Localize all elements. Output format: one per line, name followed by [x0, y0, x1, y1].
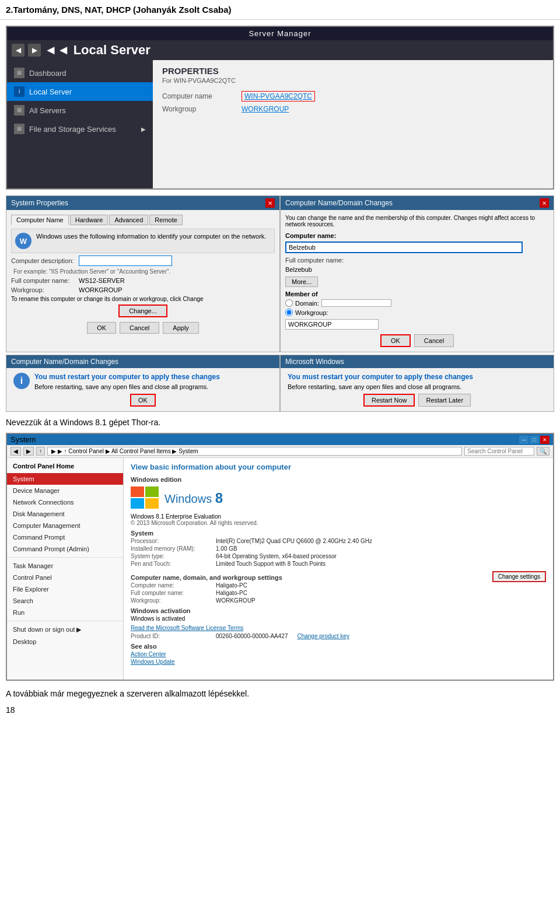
sidebar-item-local-server[interactable]: i Local Server — [7, 82, 153, 101]
minimize-button[interactable]: ─ — [519, 436, 528, 444]
full-computer-name-value: WS12-SERVER — [79, 277, 125, 284]
file-storage-arrow-icon: ▶ — [141, 126, 146, 132]
ok-button[interactable]: OK — [87, 322, 116, 334]
info-icon: W — [15, 233, 32, 249]
windows-edition: Windows 8.1 Enterprise Evaluation — [131, 513, 546, 520]
sm-toolbar: ◀ ▶ ◄◄ Local Server — [7, 40, 553, 60]
sidebar-search[interactable]: Search — [7, 595, 123, 607]
search-input[interactable] — [464, 447, 534, 456]
ok-button-red[interactable]: OK — [380, 334, 411, 347]
computer-name-value-win8: Haligato-PC — [216, 582, 247, 589]
workgroup-radio-row: Workgroup: — [285, 309, 549, 316]
sidebar-computer-management[interactable]: Computer Management — [7, 520, 123, 531]
restart-later-button[interactable]: Restart Later — [418, 394, 471, 407]
sidebar-device-manager[interactable]: Device Manager — [7, 485, 123, 496]
system-type-label: System type: — [131, 553, 212, 559]
tab-computer-name[interactable]: Computer Name — [11, 215, 69, 225]
local-server-icon: i — [14, 86, 24, 97]
back-btn-win8[interactable]: ◀ — [10, 447, 21, 456]
sidebar-run[interactable]: Run — [7, 607, 123, 618]
workgroup-label-win8: Workgroup: — [131, 597, 212, 604]
dialogs-row-1: System Properties ✕ Computer Name Hardwa… — [6, 195, 554, 352]
sm-sidebar: ⊞ Dashboard i Local Server ⊞ All Servers… — [7, 60, 153, 188]
page-title: 2.Tartomány, DNS, NAT, DHCP (Johanyák Zs… — [0, 0, 560, 20]
restart-info-icon-1: i — [13, 373, 30, 389]
sm-title: ◄◄ Local Server — [44, 43, 150, 58]
file-storage-icon: ⊞ — [14, 124, 24, 134]
full-cn-value: Belzebub — [285, 266, 549, 273]
member-of-label: Member of — [285, 290, 549, 298]
sidebar-command-prompt[interactable]: Command Prompt — [7, 531, 123, 543]
computer-name-row-win8: Computer name: Haligato-PC — [131, 582, 546, 589]
system-properties-close-button[interactable]: ✕ — [265, 198, 275, 208]
sidebar-command-prompt-admin[interactable]: Command Prompt (Admin) — [7, 543, 123, 555]
sidebar-task-manager[interactable]: Task Manager — [7, 560, 123, 572]
domain-input[interactable] — [321, 299, 391, 307]
cancel-button-2[interactable]: Cancel — [414, 334, 454, 347]
close-button[interactable]: ✕ — [540, 436, 550, 444]
address-bar[interactable]: ▶ ▶ ↑ Control Panel ▶ All Control Panel … — [47, 447, 462, 456]
windows-update-link[interactable]: Windows Update — [131, 659, 175, 665]
full-computer-name-value-win8: Haligato-PC — [216, 590, 247, 596]
restart-titlebar-1: Computer Name/Domain Changes — [6, 355, 279, 368]
sm-workgroup-label: Workgroup — [162, 105, 232, 113]
sidebar-control-panel[interactable]: Control Panel — [7, 572, 123, 583]
sidebar-network-connections[interactable]: Network Connections — [7, 496, 123, 508]
computer-name-domain-close-button[interactable]: ✕ — [540, 198, 549, 208]
system-properties-titlebar: System Properties ✕ — [6, 196, 279, 210]
forward-btn-win8[interactable]: ▶ — [23, 447, 34, 456]
full-cn-row: Full computer name: — [285, 257, 549, 264]
tab-advanced[interactable]: Advanced — [109, 215, 148, 225]
cancel-button[interactable]: Cancel — [120, 322, 159, 334]
sidebar-item-all-servers[interactable]: ⊞ All Servers — [7, 101, 153, 120]
sidebar-file-explorer[interactable]: File Explorer — [7, 583, 123, 595]
apply-button[interactable]: Apply — [163, 322, 199, 334]
sidebar-system[interactable]: System — [7, 473, 123, 485]
cn-dialog-buttons: OK Cancel — [285, 334, 549, 347]
sidebar-item-dashboard[interactable]: ⊞ Dashboard — [7, 64, 153, 82]
restart-now-button[interactable]: Restart Now — [363, 394, 415, 407]
more-button[interactable]: More... — [285, 276, 318, 287]
section-text: Nevezzük át a Windows 8.1 gépet Thor-ra. — [0, 412, 560, 429]
sidebar-shutdown[interactable]: Shut down or sign out ▶ — [7, 624, 123, 636]
maximize-button[interactable]: □ — [530, 436, 539, 444]
up-btn-win8[interactable]: ↑ — [36, 447, 45, 456]
domain-radio[interactable] — [285, 299, 293, 307]
win8-sidebar: Control Panel Home System Device Manager… — [7, 458, 124, 680]
restart-dialogs-row: Computer Name/Domain Changes i You must … — [6, 355, 554, 412]
search-button[interactable]: 🔍 — [537, 447, 550, 456]
sidebar-item-all-servers-label: All Servers — [29, 106, 66, 115]
sidebar-item-file-storage[interactable]: ⊞ File and Storage Services ▶ — [7, 120, 153, 138]
workgroup-label: Workgroup: — [11, 286, 75, 293]
tab-hardware[interactable]: Hardware — [70, 215, 108, 225]
change-settings-button[interactable]: Change settings — [492, 571, 546, 582]
system-properties-title: System Properties — [11, 199, 68, 207]
svg-rect-5 — [145, 498, 159, 509]
win8-system-screenshot: System ─ □ ✕ ◀ ▶ ↑ ▶ ▶ ↑ Control Panel ▶… — [6, 433, 554, 681]
ram-row: Installed memory (RAM): 1.00 GB — [131, 545, 546, 552]
full-computer-name-row: Full computer name: WS12-SERVER — [11, 277, 275, 284]
sidebar-desktop[interactable]: Desktop — [7, 636, 123, 648]
control-panel-home-label: Control Panel Home — [7, 460, 123, 472]
back-button[interactable]: ◀ — [12, 44, 24, 57]
system-properties-body: Computer Name Hardware Advanced Remote W… — [6, 210, 279, 338]
action-center-link[interactable]: Action Center — [131, 651, 166, 657]
cn-label: Computer name: — [285, 232, 336, 239]
all-servers-icon: ⊞ — [14, 105, 24, 116]
full-computer-name-label: Full computer name: — [11, 277, 75, 284]
workgroup-radio[interactable] — [285, 309, 293, 316]
win8-content-title: View basic information about your comput… — [131, 463, 546, 471]
change-product-key-link[interactable]: Change product key — [297, 633, 349, 639]
win8-title-text: System — [10, 435, 36, 444]
change-button[interactable]: Change... — [118, 304, 167, 317]
computer-desc-input[interactable] — [79, 256, 172, 266]
ok-restart-button[interactable]: OK — [130, 394, 156, 407]
sidebar-disk-management[interactable]: Disk Management — [7, 508, 123, 520]
tab-remote[interactable]: Remote — [149, 215, 183, 225]
computer-name-input[interactable] — [285, 242, 523, 253]
rename-text: To rename this computer or change its do… — [11, 296, 275, 302]
forward-button[interactable]: ▶ — [28, 44, 41, 57]
workgroup-input[interactable] — [285, 319, 379, 330]
win8-windows-edition-title: Windows edition — [131, 476, 546, 483]
activation-link[interactable]: Read the Microsoft Software License Term… — [131, 625, 243, 631]
